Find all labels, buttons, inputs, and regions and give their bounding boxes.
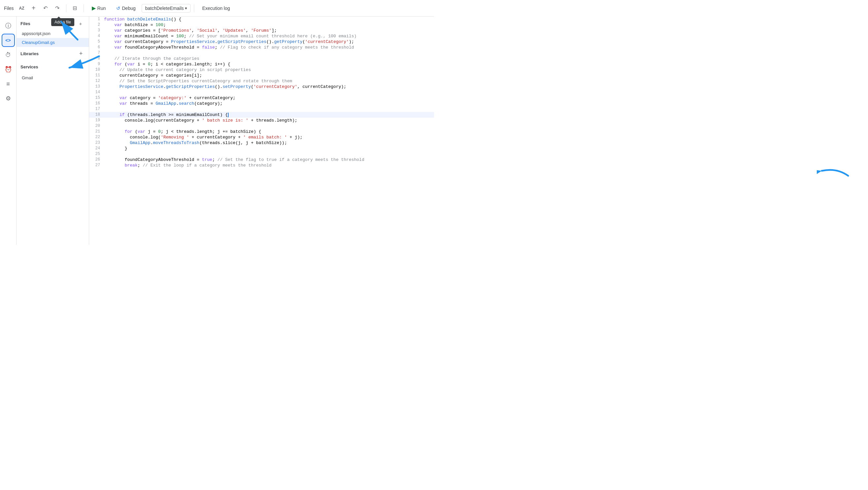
line-num-10: 10 <box>89 67 104 73</box>
line-6: 6 var foundCategoryAboveThreshold = fals… <box>89 44 434 50</box>
plus-files-icon: + <box>79 21 82 26</box>
line-content-24: } <box>104 146 434 151</box>
line-content-27: break; // Exit the loop if a category me… <box>104 162 434 168</box>
line-23: 23 GmailApp.moveThreadsToTrash(threads.s… <box>89 140 434 146</box>
line-content-16: var threads = GmailApp.search(category); <box>104 101 434 106</box>
libraries-section-header[interactable]: Libraries + <box>17 47 89 60</box>
toolbar: Files AZ + Add a file ↶ ↷ ⊟ ▶ Run ↺ Debu… <box>0 0 434 17</box>
sidebar-settings-button[interactable]: ⚙ <box>2 92 15 105</box>
sort-az-icon: AZ <box>19 6 25 10</box>
line-27: 27 break; // Exit the loop if a category… <box>89 162 434 168</box>
main-area: ⓘ <> ⏱ ⏰ ≡ ⚙ Files AZ + <box>0 17 434 245</box>
lines-icon: ≡ <box>6 81 10 88</box>
line-18: 18 if (threads.length >= minimumEmailCou… <box>89 112 434 118</box>
line-content-17 <box>104 106 434 112</box>
undo-button[interactable]: ↶ <box>40 3 51 13</box>
add-file-panel-button[interactable]: + <box>76 19 85 28</box>
file-item-appsscript[interactable]: appsscript.json <box>17 29 89 38</box>
save-icon: ⊟ <box>73 5 77 11</box>
undo-icon: ↶ <box>43 5 48 11</box>
line-content-26: foundCategoryAboveThreshold = true; // S… <box>104 157 434 162</box>
line-2: 2 var batchSize = 100; <box>89 22 434 28</box>
line-num-7: 7 <box>89 50 104 56</box>
line-content-25 <box>104 151 434 157</box>
redo-button[interactable]: ↷ <box>52 3 63 13</box>
icon-sidebar: ⓘ <> ⏱ ⏰ ≡ ⚙ <box>0 17 17 245</box>
sidebar-clock-button[interactable]: ⏰ <box>2 63 15 76</box>
save-button[interactable]: ⊟ <box>70 3 80 13</box>
sidebar-lines-button[interactable]: ≡ <box>2 77 15 91</box>
file-name-cleanup: CleanupGmail.gs <box>22 40 84 45</box>
plus-icon: + <box>32 4 36 12</box>
line-16: 16 var threads = GmailApp.search(categor… <box>89 101 434 106</box>
line-num-2: 2 <box>89 22 104 28</box>
divider-3 <box>194 4 194 12</box>
plus-library-icon: + <box>79 50 83 57</box>
redo-icon: ↷ <box>55 5 59 11</box>
sidebar-info-button[interactable]: ⓘ <box>2 19 15 32</box>
line-content-19: console.log(currentCategory + ' batch si… <box>104 118 434 123</box>
line-26: 26 foundCategoryAboveThreshold = true; /… <box>89 157 434 162</box>
line-content-11: currentCategory = categories[i]; <box>104 73 434 78</box>
line-22: 22 console.log('Removing ' + currentCate… <box>89 134 434 140</box>
info-icon: ⓘ <box>5 22 11 30</box>
line-content-5: var currentCategory = PropertiesService.… <box>104 39 434 44</box>
plus-service-icon: + <box>79 63 83 70</box>
exec-log-label: Execution log <box>202 6 230 11</box>
divider-2 <box>84 4 84 12</box>
line-num-19: 19 <box>89 118 104 123</box>
line-content-10: // Update the current category in script… <box>104 67 434 73</box>
line-num-23: 23 <box>89 140 104 146</box>
line-12: 12 // Set the ScriptProperties currentCa… <box>89 78 434 84</box>
line-content-21: for (var j = 0; j < threads.length; j +=… <box>104 129 434 134</box>
line-11: 11 currentCategory = categories[i]; <box>89 73 434 78</box>
line-5: 5 var currentCategory = PropertiesServic… <box>89 39 434 44</box>
add-file-button[interactable]: + <box>28 3 39 13</box>
code-icon: <> <box>5 38 10 43</box>
service-item-gmail[interactable]: Gmail <box>17 73 89 82</box>
line-content-9: for (var i = 0; i < categories.length; i… <box>104 61 434 67</box>
files-label: Files <box>4 6 14 11</box>
line-21: 21 for (var j = 0; j < threads.length; j… <box>89 129 434 134</box>
line-num-25: 25 <box>89 151 104 157</box>
file-item-cleanup[interactable]: CleanupGmail.gs <box>17 38 89 47</box>
services-label: Services <box>21 64 38 69</box>
line-8: 8 // Iterate through the categories <box>89 56 434 61</box>
line-content-23: GmailApp.moveThreadsToTrash(threads.slic… <box>104 140 434 146</box>
line-content-7 <box>104 50 434 56</box>
function-selector[interactable]: batchDeleteEmails ▾ <box>142 4 191 12</box>
execution-log-button[interactable]: Execution log <box>197 4 235 13</box>
debug-button[interactable]: ↺ Debug <box>112 4 140 13</box>
line-num-15: 15 <box>89 95 104 101</box>
line-14: 14 <box>89 90 434 95</box>
sort-az-button[interactable]: AZ <box>17 3 27 13</box>
line-content-22: console.log('Removing ' + currentCategor… <box>104 134 434 140</box>
sidebar-history-button[interactable]: ⏱ <box>2 48 15 61</box>
sidebar-code-button[interactable]: <> <box>2 34 15 47</box>
line-num-6: 6 <box>89 44 104 50</box>
services-section-header[interactable]: Services + <box>17 60 89 73</box>
line-num-14: 14 <box>89 90 104 95</box>
line-10: 10 // Update the current category in scr… <box>89 67 434 73</box>
line-num-18: 18 <box>89 112 104 118</box>
add-service-button[interactable]: + <box>77 63 85 71</box>
line-num-13: 13 <box>89 84 104 90</box>
line-20: 20 <box>89 123 434 129</box>
line-num-12: 12 <box>89 78 104 84</box>
chevron-down-icon: ▾ <box>185 6 187 10</box>
code-editor[interactable]: 1 function batchDeleteEmails() { 2 var b… <box>89 17 434 245</box>
run-icon: ▶ <box>92 5 96 11</box>
line-num-22: 22 <box>89 134 104 140</box>
run-button[interactable]: ▶ Run <box>87 3 111 13</box>
line-24: 24 } <box>89 146 434 151</box>
line-content-2: var batchSize = 100; <box>104 22 434 28</box>
line-num-17: 17 <box>89 106 104 112</box>
file-panel: Files AZ + appsscript.json CleanupGmail.… <box>17 17 89 245</box>
line-num-1: 1 <box>89 17 104 22</box>
line-content-18: if (threads.length >= minimumEmailCount)… <box>104 112 434 118</box>
line-num-4: 4 <box>89 33 104 39</box>
add-library-button[interactable]: + <box>77 50 85 58</box>
line-content-12: // Set the ScriptProperties currentCateo… <box>104 78 434 84</box>
line-content-4: var minimumEmailCount = 100; // Set your… <box>104 33 434 39</box>
line-num-21: 21 <box>89 129 104 134</box>
